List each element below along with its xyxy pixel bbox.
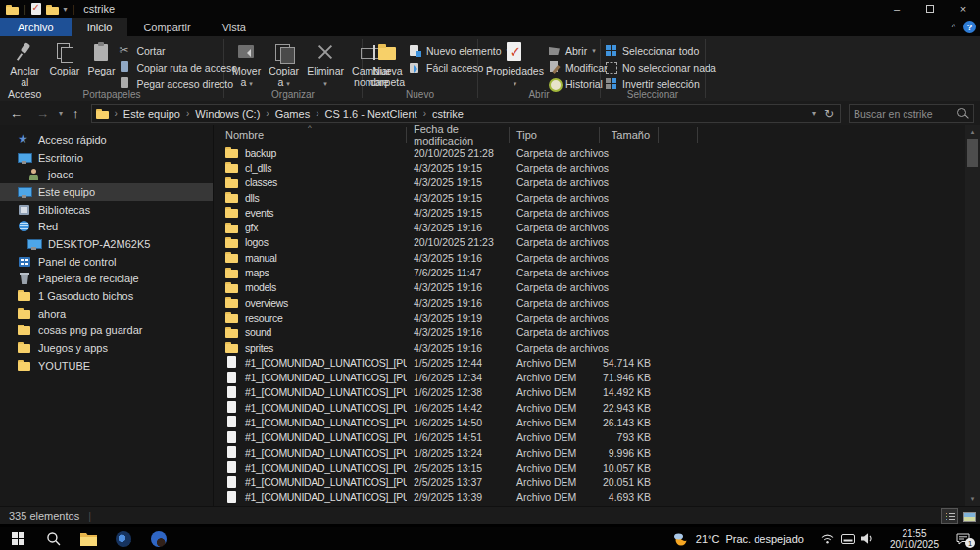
taskbar-app-button-1[interactable] [106, 527, 141, 550]
copy-path-button[interactable]: Copiar ruta de acceso [119, 61, 237, 74]
refresh-icon[interactable]: ↻ [824, 107, 834, 121]
cut-button[interactable]: Cortar [119, 44, 237, 57]
up-button[interactable]: ↑ [66, 106, 86, 121]
file-row[interactable]: #1_[COMUNIDAD_LUNATICOS]_[PUBLI-0... 1/6… [214, 370, 965, 384]
breadcrumb-item[interactable]: Games [273, 108, 312, 120]
file-row[interactable]: dlls 4/3/2025 19:15 Carpeta de archivos [214, 190, 965, 205]
tab-inicio[interactable]: Inicio [72, 18, 128, 36]
sidebar-item[interactable]: ahora [0, 305, 213, 323]
taskbar-app-button-2[interactable] [141, 527, 176, 550]
file-row[interactable]: maps 7/6/2025 11:47 Carpeta de archivos [214, 265, 965, 279]
file-row[interactable]: #1_[COMUNIDAD_LUNATICOS]_[PUBLI-0... 1/6… [214, 400, 965, 415]
device-icon[interactable] [841, 534, 855, 544]
file-row[interactable]: cl_dlls 4/3/2025 19:15 Carpeta de archiv… [214, 160, 965, 175]
file-row[interactable]: sprites 4/3/2025 19:16 Carpeta de archiv… [214, 340, 965, 355]
sidebar-item[interactable]: Juegos y apps [0, 339, 213, 357]
open-button[interactable]: Abrir ▾ [548, 44, 608, 57]
taskbar-clock[interactable]: 21:55 20/10/2025 [882, 527, 947, 550]
notification-center-button[interactable]: 1 [947, 527, 980, 550]
large-icons-view-button[interactable] [960, 508, 978, 524]
speaker-icon[interactable] [861, 533, 874, 544]
column-header-name[interactable]: Nombre ^ [214, 127, 407, 143]
select-none-button[interactable]: No seleccionar nada [605, 61, 716, 74]
file-size-cell: 10.057 KB [600, 462, 659, 474]
sidebar-item[interactable]: Panel de control [0, 253, 213, 271]
address-bar[interactable]: › Este equipo › Windows (C:) › Games › C… [91, 104, 841, 123]
file-row[interactable]: resource 4/3/2025 19:19 Carpeta de archi… [214, 310, 965, 325]
scroll-down-icon[interactable]: ▾ [965, 492, 980, 506]
file-row[interactable]: events 4/3/2025 19:15 Carpeta de archivo… [214, 205, 965, 220]
recent-locations-dropdown-icon[interactable]: ▾ [56, 109, 66, 118]
tab-compartir[interactable]: Compartir [127, 18, 206, 36]
back-button[interactable]: ← [0, 106, 29, 121]
qat-new-folder-icon[interactable] [46, 4, 59, 15]
column-header-date[interactable]: Fecha de modificación [407, 127, 510, 143]
search-icon[interactable] [957, 108, 969, 120]
new-folder-button[interactable]: Nuevacarpeta [367, 39, 409, 90]
sidebar-item[interactable]: Papelera de reciclaje [0, 271, 213, 288]
scrollbar-thumb[interactable] [967, 139, 978, 167]
ribbon-collapse-icon[interactable]: ^ [952, 23, 956, 32]
file-row[interactable]: #1_[COMUNIDAD_LUNATICOS]_[PUBLI-0... 2/5… [214, 460, 965, 475]
sidebar-item[interactable]: Acceso rápido [0, 131, 213, 149]
breadcrumb-item[interactable]: Este equipo [122, 108, 182, 120]
copy-button[interactable]: Copiar [45, 39, 83, 78]
sidebar-item[interactable]: joaco [0, 166, 213, 183]
sidebar-item[interactable]: 1 Gasoducto bichos [0, 287, 213, 305]
move-to-button[interactable]: Movera ▾ [228, 39, 265, 90]
breadcrumb-item[interactable]: CS 1.6 - NextClient [322, 108, 418, 120]
tab-archivo[interactable]: Archivo [0, 18, 72, 36]
wifi-icon[interactable] [821, 533, 834, 544]
copy-to-button[interactable]: Copiara ▾ [265, 39, 303, 90]
file-row[interactable]: sound 4/3/2025 19:16 Carpeta de archivos [214, 325, 965, 340]
edit-button[interactable]: Modificar [548, 61, 608, 74]
forward-button[interactable]: → [29, 106, 56, 121]
file-row[interactable]: overviews 4/3/2025 19:16 Carpeta de arch… [214, 295, 965, 310]
start-button[interactable] [0, 527, 35, 550]
file-row[interactable]: gfx 4/3/2025 19:16 Carpeta de archivos [214, 220, 965, 234]
sidebar-item[interactable]: DESKTOP-A2M62K5 [0, 235, 213, 253]
scroll-up-icon[interactable]: ▴ [965, 125, 980, 139]
file-row[interactable]: models 4/3/2025 19:16 Carpeta de archivo… [214, 280, 965, 295]
column-header-type[interactable]: Tipo [510, 127, 600, 143]
taskbar-search-button[interactable] [35, 527, 71, 550]
maximize-button[interactable] [913, 0, 947, 18]
sidebar-item[interactable]: Bibliotecas [0, 201, 213, 219]
file-row[interactable]: #1_[COMUNIDAD_LUNATICOS]_[PUBLI-0... 1/5… [214, 355, 965, 370]
sidebar-item[interactable]: cosas png pa guardar [0, 323, 213, 340]
file-row[interactable]: backup 20/10/2025 21:28 Carpeta de archi… [214, 145, 965, 160]
sidebar-item[interactable]: Escritorio [0, 149, 213, 167]
select-all-button[interactable]: Seleccionar todo [605, 44, 716, 57]
address-dropdown-icon[interactable]: ▾ [812, 109, 816, 118]
breadcrumb-item[interactable]: cstrike [430, 108, 466, 120]
file-row[interactable]: classes 4/3/2025 19:15 Carpeta de archiv… [214, 175, 965, 190]
search-input[interactable] [854, 108, 957, 120]
file-row[interactable]: logos 20/10/2025 21:23 Carpeta de archiv… [214, 235, 965, 250]
scrollbar-track[interactable] [965, 139, 980, 492]
minimize-button[interactable]: – [880, 0, 913, 18]
file-row[interactable]: #1_[COMUNIDAD_LUNATICOS]_[PUBLI-0... 2/9… [214, 490, 965, 505]
taskbar-explorer-button[interactable] [71, 527, 106, 550]
qat-customize-dropdown-icon[interactable]: ▾ [64, 5, 68, 14]
sidebar-item[interactable]: YOUTUBE [0, 357, 213, 375]
breadcrumb-item[interactable]: Windows (C:) [193, 108, 262, 120]
file-row[interactable]: manual 4/3/2025 19:16 Carpeta de archivo… [214, 250, 965, 265]
help-icon[interactable]: ? [963, 21, 976, 33]
paste-button[interactable]: Pegar [83, 39, 119, 78]
column-header-size[interactable]: Tamaño [600, 127, 659, 143]
file-row[interactable]: #1_[COMUNIDAD_LUNATICOS]_[PUBLI-0... 1/6… [214, 430, 965, 445]
file-row[interactable]: #1_[COMUNIDAD_LUNATICOS]_[PUBLI-0... 2/5… [214, 475, 965, 490]
details-view-button[interactable] [941, 508, 958, 524]
sidebar-item-label: joaco [48, 169, 74, 180]
file-row[interactable]: #1_[COMUNIDAD_LUNATICOS]_[PUBLI-0... 1/6… [214, 415, 965, 429]
properties-button[interactable]: Propiedades▾ [482, 39, 548, 90]
file-row[interactable]: #1_[COMUNIDAD_LUNATICOS]_[PUBLI-0... 1/8… [214, 445, 965, 460]
sidebar-item[interactable]: Este equipo [0, 183, 213, 201]
qat-properties-icon[interactable] [31, 3, 41, 15]
close-button[interactable]: × [947, 0, 980, 18]
sidebar-item[interactable]: Red [0, 218, 213, 235]
tab-vista[interactable]: Vista [207, 18, 262, 36]
taskbar-weather-widget[interactable]: 21°C Prac. despejado [663, 527, 813, 550]
file-row[interactable]: #1_[COMUNIDAD_LUNATICOS]_[PUBLI-0... 1/6… [214, 385, 965, 400]
delete-button[interactable]: Eliminar▾ [303, 39, 348, 90]
